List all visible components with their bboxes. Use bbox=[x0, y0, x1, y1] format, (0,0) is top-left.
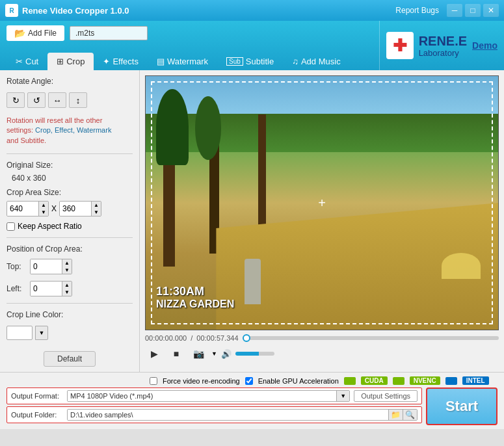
screenshot-button[interactable]: 📷 bbox=[189, 346, 207, 361]
top-down[interactable]: ▼ bbox=[62, 267, 72, 274]
renee-brand-name: RENE.E bbox=[419, 34, 467, 48]
video-controls: 00:00:00.000 / 00:00:57.344 ▶ ■ 📷 ▼ 🔊 bbox=[145, 330, 499, 367]
close-button[interactable]: ✕ bbox=[483, 4, 499, 17]
file-path-text: .m2ts bbox=[75, 29, 94, 38]
output-folder-row: Output Folder: D:\1.video samples\ 📁 🔍 bbox=[7, 406, 422, 423]
left-position-input[interactable] bbox=[31, 282, 62, 296]
title-bar: R Renee Video Cropper 1.0.0 Report Bugs … bbox=[0, 0, 504, 21]
crop-height-input[interactable] bbox=[60, 202, 91, 216]
output-format-row: Output Format: MP4 1080P Video (*.mp4) ▼… bbox=[7, 387, 422, 404]
output-format-select[interactable]: MP4 1080P Video (*.mp4) ▼ bbox=[67, 390, 350, 402]
output-format-value: MP4 1080P Video (*.mp4) bbox=[68, 391, 336, 401]
add-file-icon: 📂 bbox=[14, 28, 25, 38]
tab-add-music[interactable]: ♫ Add Music bbox=[283, 53, 349, 70]
top-up[interactable]: ▲ bbox=[62, 259, 72, 267]
toolbar: ✂ Cut ⊞ Crop ✦ Effects ▤ Watermark Sub S… bbox=[0, 46, 379, 70]
top-input-group[interactable]: ▲ ▼ bbox=[30, 259, 72, 274]
minimize-button[interactable]: ─ bbox=[447, 4, 462, 17]
right-panel: + 11:30AM NIZZA GARDEN 00:00:00.000 / 00… bbox=[140, 70, 504, 372]
main-content: Rotate Angle: ↻ ↺ ↔ ↕ Rotation will rese… bbox=[0, 70, 504, 372]
keep-aspect-ratio-checkbox[interactable] bbox=[7, 222, 15, 231]
volume-slider[interactable] bbox=[235, 352, 274, 356]
nvenc-badge: NVENC bbox=[410, 376, 440, 385]
color-dropdown-arrow[interactable]: ▼ bbox=[35, 326, 48, 340]
search-folder-button[interactable]: 🔍 bbox=[403, 410, 417, 420]
output-left: Output Format: MP4 1080P Video (*.mp4) ▼… bbox=[7, 387, 422, 425]
color-preview[interactable] bbox=[7, 326, 33, 340]
output-settings-button[interactable]: Output Settings bbox=[354, 390, 418, 402]
demo-link[interactable]: Demo bbox=[472, 40, 497, 51]
cam-dropdown-arrow[interactable]: ▼ bbox=[211, 350, 217, 357]
output-folder-path: D:\1.video samples\ 📁 🔍 bbox=[67, 409, 418, 421]
renee-logo-box: ✚ bbox=[386, 32, 414, 59]
crop-height-down[interactable]: ▼ bbox=[92, 209, 101, 216]
progress-bar[interactable] bbox=[243, 336, 499, 340]
output-format-dropdown-arrow[interactable]: ▼ bbox=[336, 391, 349, 401]
crop-width-input[interactable] bbox=[7, 202, 38, 216]
tab-effects[interactable]: ✦ Effects bbox=[94, 53, 148, 70]
crop-width-down[interactable]: ▼ bbox=[39, 209, 48, 216]
crop-area-size-label: Crop Area Size: bbox=[7, 188, 133, 197]
left-down[interactable]: ▼ bbox=[62, 289, 72, 296]
flip-horizontal-button[interactable]: ↔ bbox=[48, 92, 66, 108]
open-folder-button[interactable]: 📁 bbox=[388, 410, 403, 420]
effects-icon: ✦ bbox=[103, 57, 110, 66]
crop-width-up[interactable]: ▲ bbox=[39, 202, 48, 209]
video-preview: + 11:30AM NIZZA GARDEN bbox=[146, 76, 498, 330]
time-row: 00:00:00.000 / 00:00:57.344 bbox=[145, 333, 499, 343]
file-path-display: .m2ts bbox=[70, 26, 148, 40]
default-button[interactable]: Default bbox=[44, 351, 96, 367]
crop-width-input-group[interactable]: ▲ ▼ bbox=[7, 201, 49, 216]
video-time-overlay: 11:30AM bbox=[156, 285, 234, 298]
window-controls: ─ □ ✕ bbox=[447, 4, 499, 17]
tab-cut[interactable]: ✂ Cut bbox=[7, 53, 47, 70]
crop-crosshair: + bbox=[318, 196, 326, 211]
original-size-value: 640 x 360 bbox=[7, 174, 133, 183]
gpu-acceleration-checkbox[interactable] bbox=[245, 377, 253, 385]
crop-icon: ⊞ bbox=[57, 57, 64, 66]
tab-watermark[interactable]: ▤ Watermark bbox=[148, 53, 217, 70]
report-bugs-link[interactable]: Report Bugs bbox=[395, 6, 439, 15]
left-up[interactable]: ▲ bbox=[62, 282, 72, 289]
title-bar-right: Report Bugs ─ □ ✕ bbox=[395, 4, 499, 17]
tab-subtitle-label: Subtitle bbox=[246, 57, 274, 66]
folder-icons: 📁 🔍 bbox=[388, 410, 417, 420]
flip-vertical-button[interactable]: ↕ bbox=[69, 92, 87, 108]
app-title-section: R Renee Video Cropper 1.0.0 bbox=[5, 4, 129, 17]
cut-icon: ✂ bbox=[16, 57, 23, 66]
bottom-bar: Force video re-encoding Enable GPU Accel… bbox=[0, 372, 504, 429]
left-input-group[interactable]: ▲ ▼ bbox=[30, 281, 72, 296]
output-folder-label: Output Folder: bbox=[11, 411, 63, 419]
tab-subtitle[interactable]: Sub Subtitle bbox=[217, 53, 283, 70]
progress-thumb bbox=[243, 334, 250, 342]
top-position-input[interactable] bbox=[31, 259, 62, 274]
rotate-angle-label: Rotate Angle: bbox=[7, 77, 133, 86]
top-label: Top: bbox=[7, 262, 26, 271]
add-file-button[interactable]: 📂 Add File bbox=[7, 25, 64, 41]
time-separator: / bbox=[191, 334, 192, 342]
left-label: Left: bbox=[7, 284, 26, 293]
crop-height-input-group[interactable]: ▲ ▼ bbox=[59, 201, 101, 216]
crop-size-row: ▲ ▼ X ▲ ▼ bbox=[7, 201, 133, 216]
header-combined: 📂 Add File .m2ts ✂ Cut ⊞ Crop ✦ Effects … bbox=[0, 21, 504, 70]
maximize-button[interactable]: □ bbox=[465, 4, 481, 17]
app-title: Renee Video Cropper 1.0.0 bbox=[22, 6, 129, 16]
renee-brand-lab: Laboratory bbox=[419, 48, 467, 58]
tab-crop[interactable]: ⊞ Crop bbox=[47, 53, 94, 70]
play-button[interactable]: ▶ bbox=[145, 346, 163, 361]
crop-height-arrows: ▲ ▼ bbox=[91, 202, 101, 216]
force-reencode-checkbox[interactable] bbox=[150, 377, 157, 385]
start-button[interactable]: Start bbox=[426, 387, 497, 425]
current-time: 00:00:00.000 bbox=[145, 334, 187, 342]
nvidia-icon-1 bbox=[344, 377, 356, 385]
rotation-note: Rotation will reset all the othersetting… bbox=[7, 116, 133, 146]
subtitle-icon: Sub bbox=[226, 57, 243, 66]
crop-height-up[interactable]: ▲ bbox=[92, 202, 101, 209]
rotate-ccw-button[interactable]: ↺ bbox=[27, 92, 46, 108]
volume-icon: 🔊 bbox=[221, 349, 232, 359]
playback-controls: ▶ ■ 📷 ▼ 🔊 bbox=[145, 343, 499, 364]
keep-aspect-ratio-row: Keep Aspect Ratio bbox=[7, 222, 133, 231]
cuda-badge: CUDA bbox=[361, 376, 388, 385]
stop-button[interactable]: ■ bbox=[167, 346, 185, 361]
rotate-cw-button[interactable]: ↻ bbox=[7, 92, 25, 108]
